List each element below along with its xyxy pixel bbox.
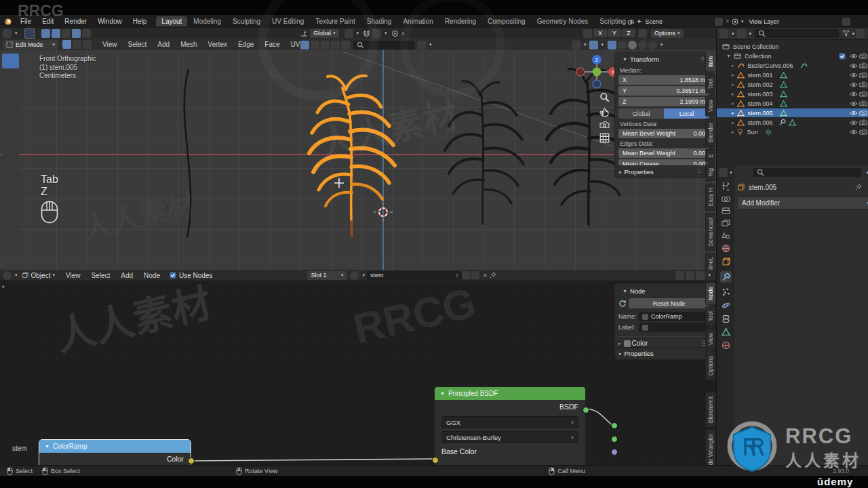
workspace-tab-layout[interactable]: Layout <box>156 16 187 26</box>
gizmo-x-neg-axis[interactable] <box>576 68 585 76</box>
collapse-arrow-icon[interactable]: ▼ <box>440 391 445 396</box>
grease-pencil-icon[interactable] <box>638 29 647 38</box>
gizmo-toggle-icon[interactable] <box>572 41 580 49</box>
edge-select-button[interactable] <box>73 40 81 49</box>
tool-option-icon-3[interactable] <box>62 29 71 38</box>
visibility-toggle-icon-1[interactable] <box>300 41 309 49</box>
sidebar-tab-item[interactable]: Item <box>705 52 715 73</box>
tab-physics[interactable] <box>722 301 730 310</box>
outliner-display-mode-icon[interactable] <box>719 29 728 38</box>
node-principled-bsdf[interactable]: ▼ Principled BSDF BSDF GGX˅ Christensen-… <box>434 386 586 465</box>
tool-extrude-region[interactable] <box>2 194 19 209</box>
tool-measure[interactable] <box>2 163 19 178</box>
visibility-toggle-icon-2[interactable] <box>311 41 319 49</box>
funnel-filter-icon[interactable] <box>842 30 850 37</box>
menu-render[interactable]: Render <box>59 18 92 25</box>
mode-dropdown[interactable]: Edit Mode▾ <box>3 40 58 49</box>
displacement-input-socket[interactable] <box>611 449 618 455</box>
selected-plant-stem005[interactable] <box>309 76 395 236</box>
tool-bevel[interactable] <box>2 225 19 240</box>
bezier-curve-object[interactable] <box>184 69 191 237</box>
tool-inset-faces[interactable] <box>2 209 19 224</box>
tab-particles[interactable] <box>722 287 730 296</box>
median-z-field[interactable]: Z2.1909 m <box>618 97 709 106</box>
scene-unlink-icon[interactable]: ✕ <box>726 18 730 24</box>
outliner-new-collection-icon[interactable] <box>856 29 865 38</box>
tab-render[interactable] <box>722 195 730 203</box>
tab-modifiers-active[interactable] <box>720 271 732 283</box>
disclosure-triangle-icon[interactable]: ▸ <box>732 110 734 116</box>
hide-eye-icon[interactable] <box>850 92 858 97</box>
shading-material-icon[interactable] <box>638 41 647 49</box>
outliner-row-scene-collection[interactable]: Scene Collection <box>717 42 868 51</box>
snap-magnet-icon[interactable] <box>363 30 370 37</box>
tool-select-box[interactable] <box>2 54 19 68</box>
disclosure-triangle-icon[interactable]: ▸ <box>732 101 734 106</box>
view3d-menu-edge[interactable]: Edge <box>233 41 259 48</box>
xray-toggle-icon[interactable] <box>608 41 616 49</box>
viewport-search-field[interactable] <box>353 41 414 49</box>
workspace-tab-sculpting[interactable]: Sculpting <box>227 16 266 26</box>
node-panel-header[interactable]: ▼ Node <box>618 285 709 297</box>
view3d-menu-select[interactable]: Select <box>123 41 153 48</box>
node-name-field[interactable]: ColorRamp <box>639 312 709 321</box>
tool-move[interactable] <box>2 85 19 100</box>
view-layer-copy-icon[interactable] <box>842 18 850 26</box>
tool-transform[interactable] <box>2 131 19 146</box>
node-tab-options[interactable]: Options <box>705 351 715 380</box>
bsdf-output-socket[interactable] <box>583 407 589 413</box>
node-tab-blenderkit[interactable]: BlenderKit <box>705 392 715 428</box>
face-select-button[interactable] <box>83 40 92 49</box>
overlays-toggle-icon[interactable] <box>589 41 598 49</box>
workspace-tab-scripting[interactable]: Scripting <box>594 16 631 26</box>
mirror-x-toggle[interactable]: X <box>593 29 607 37</box>
workspace-tab-animation[interactable]: Animation <box>397 16 438 26</box>
shading-rendered-icon[interactable] <box>648 41 657 49</box>
tab-tool[interactable] <box>722 182 730 190</box>
visibility-toggle-icon-5[interactable] <box>341 41 350 49</box>
orientation-dropdown[interactable]: Global▾ <box>310 29 339 38</box>
outliner-row-stem006[interactable]: ▸ stem.006 <box>717 118 868 127</box>
tool-loop-cut[interactable] <box>2 241 19 256</box>
proportional-falloff-icon[interactable]: ∧ <box>401 30 406 37</box>
hide-eye-icon[interactable] <box>850 120 858 125</box>
node-tab-node-wrangler[interactable]: Node Wrangler <box>705 429 715 465</box>
outliner-row-stem005-selected[interactable]: ▸ stem.005 <box>717 108 868 117</box>
edge-bevel-weight-field[interactable]: Mean Bevel Weight0.00 <box>618 148 709 158</box>
node-properties-panel-header[interactable]: ▸ Properties <box>614 347 707 360</box>
menu-edit[interactable]: Edit <box>37 18 59 25</box>
outliner-row-collection[interactable]: ▼ Collection <box>717 52 868 60</box>
tab-object[interactable] <box>722 258 730 266</box>
tool-option-icon-2[interactable] <box>52 29 60 38</box>
sidebar-tab-easy-h[interactable]: Easy H <box>705 183 715 211</box>
node-tab-tool[interactable]: Tool <box>705 306 715 327</box>
pivot-point-icon[interactable] <box>344 29 353 38</box>
pin-icon[interactable] <box>855 184 862 190</box>
options-dropdown[interactable]: Options▾ <box>651 29 684 38</box>
hide-eye-icon[interactable] <box>850 82 858 87</box>
zoom-icon[interactable] <box>599 92 610 102</box>
tool-scale[interactable] <box>2 116 19 131</box>
sidebar-properties-panel-header[interactable]: ▸ Properties ⠿ <box>614 165 707 178</box>
blender-logo-icon[interactable] <box>0 18 15 26</box>
hide-eye-icon[interactable] <box>850 110 858 116</box>
outliner-row-sun[interactable]: ▸ Sun <box>717 127 868 136</box>
outliner-row-stem004[interactable]: ▸ stem.004 <box>717 99 868 108</box>
visibility-toggle-icon-4[interactable] <box>331 41 340 49</box>
render-camera-icon[interactable] <box>859 62 867 68</box>
sidebar-tab-view[interactable]: View <box>705 95 715 117</box>
tool-option-icon-1[interactable] <box>41 29 50 38</box>
workspace-tab-texture-paint[interactable]: Texture Paint <box>310 16 360 26</box>
view3d-menu-view[interactable]: View <box>97 41 123 48</box>
panel-options-dots[interactable]: ⠿ <box>701 56 705 62</box>
outliner-row-stem002[interactable]: ▸ stem.002 <box>717 80 868 89</box>
viewport-filter-dropdown[interactable] <box>417 41 426 49</box>
render-camera-icon[interactable] <box>859 119 867 125</box>
properties-search-field[interactable] <box>753 168 861 177</box>
vertex-bevel-weight-field[interactable]: Mean Bevel Weight0.00 <box>618 129 709 138</box>
gizmo-y-axis[interactable] <box>593 68 601 77</box>
hide-eye-icon[interactable] <box>850 54 858 59</box>
render-camera-icon[interactable] <box>859 91 867 97</box>
node-label-field[interactable] <box>639 323 709 332</box>
node-tab-view[interactable]: View <box>705 328 715 350</box>
